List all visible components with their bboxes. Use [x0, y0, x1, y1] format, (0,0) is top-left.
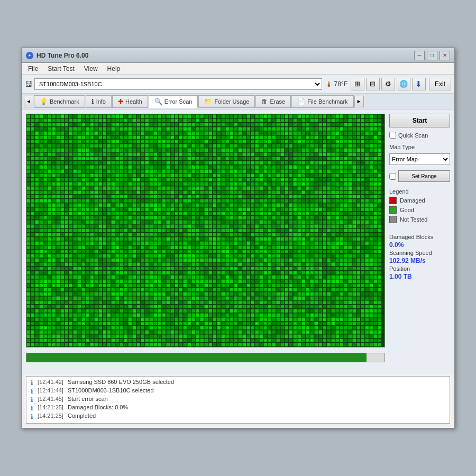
- log-entry: ℹ [12:41:44] ST1000DM003-1SB10C selected: [31, 387, 445, 395]
- error-scan-grid: [26, 114, 385, 347]
- log-timestamp: [12:41:44]: [38, 387, 63, 393]
- log-timestamp: [12:41:45]: [38, 396, 63, 402]
- toolbar-btn-2[interactable]: ⊟: [366, 78, 380, 90]
- menu-help[interactable]: Help: [103, 64, 125, 74]
- tab-health[interactable]: ✚ Health: [112, 95, 148, 108]
- temperature-display: 🌡 78°F: [325, 80, 347, 88]
- drive-dropdown[interactable]: ST1000DM003-1SB10C: [34, 78, 322, 90]
- log-timestamp: [14:21:25]: [38, 404, 63, 410]
- start-button[interactable]: Start: [389, 114, 450, 127]
- log-entry: ℹ [12:41:45] Start error scan: [31, 396, 445, 404]
- progress-bar: [26, 353, 367, 362]
- erase-icon: 🗑: [261, 98, 268, 105]
- tabs-bar: ◄ 💡 Benchmark ℹ Info ✚ Health 🔍 Error Sc…: [22, 94, 454, 109]
- title-bar: ● HD Tune Pro 6.00 ─ □ ✕: [22, 48, 454, 63]
- file-benchmark-icon: 📄: [297, 98, 305, 105]
- menu-start-test[interactable]: Start Test: [43, 64, 78, 74]
- legend-title: Legend: [389, 188, 450, 195]
- info-icon: ℹ: [91, 98, 94, 105]
- tab-erase[interactable]: 🗑 Erase: [255, 95, 291, 108]
- drive-select-area: 🖫 ST1000DM003-1SB10C: [25, 78, 322, 90]
- window-title: HD Tune Pro 6.00: [36, 52, 88, 59]
- toolbar-icons: ⊞ ⊟ ⚙ 🌐 ⬇: [351, 78, 426, 90]
- log-message: Completed: [68, 413, 96, 419]
- scan-area: [26, 114, 385, 370]
- folder-usage-icon: 📁: [204, 98, 212, 105]
- maximize-button[interactable]: □: [427, 51, 437, 60]
- tab-left-arrow[interactable]: ◄: [24, 96, 33, 107]
- log-message: Start error scan: [68, 396, 108, 402]
- not-tested-label: Not Tested: [400, 216, 427, 223]
- temperature-value: 78°F: [334, 80, 347, 88]
- quick-scan-checkbox[interactable]: [389, 132, 396, 139]
- main-window: ● HD Tune Pro 6.00 ─ □ ✕ File Start Test…: [21, 48, 455, 428]
- health-icon: ✚: [118, 98, 123, 105]
- position-label: Position: [389, 266, 450, 272]
- log-timestamp: [12:41:42]: [38, 379, 63, 385]
- close-button[interactable]: ✕: [440, 51, 450, 60]
- log-timestamp: [14:21:25]: [38, 413, 63, 419]
- tab-folder-usage[interactable]: 📁 Folder Usage: [198, 95, 255, 108]
- toolbar-btn-1[interactable]: ⊞: [351, 78, 364, 90]
- damaged-label: Damaged: [400, 197, 425, 204]
- menu-file[interactable]: File: [24, 64, 42, 74]
- log-message: Damaged Blocks: 0.0%: [68, 404, 128, 410]
- log-entry: ℹ [14:21:25] Damaged Blocks: 0.0%: [31, 404, 445, 412]
- legend-not-tested: Not Tested: [389, 216, 450, 223]
- stats-section: Damaged Blocks 0.0% Scanning Speed 102.9…: [389, 234, 450, 280]
- error-scan-icon: 🔍: [154, 98, 162, 105]
- legend-good: Good: [389, 206, 450, 214]
- quick-scan-label: Quick Scan: [398, 132, 428, 139]
- toolbar-btn-5[interactable]: ⬇: [412, 78, 426, 90]
- main-content: Start Quick Scan Map Type Error Map Set …: [22, 109, 454, 374]
- map-type-label: Map Type: [389, 144, 450, 150]
- log-info-icon: ℹ: [31, 405, 33, 412]
- tab-info[interactable]: ℹ Info: [86, 95, 112, 108]
- scanning-speed-value: 102.92 MB/s: [389, 257, 450, 264]
- toolbar: 🖫 ST1000DM003-1SB10C 🌡 78°F ⊞ ⊟ ⚙ 🌐 ⬇ Ex…: [22, 75, 454, 94]
- scanning-speed-label: Scanning Speed: [389, 250, 450, 256]
- good-label: Good: [400, 207, 414, 213]
- set-range-button[interactable]: Set Range: [398, 170, 450, 182]
- set-range-row: Set Range: [389, 170, 450, 182]
- scan-grid-canvas: [26, 114, 385, 347]
- tab-right-arrow[interactable]: ►: [354, 96, 364, 107]
- tab-benchmark[interactable]: 💡 Benchmark: [34, 95, 85, 108]
- log-message: Samsung SSD 860 EVO 250GB selected: [68, 379, 174, 385]
- map-type-dropdown[interactable]: Error Map: [389, 153, 450, 165]
- tab-error-scan[interactable]: 🔍 Error Scan: [149, 95, 198, 108]
- set-range-checkbox[interactable]: [389, 173, 396, 180]
- log-info-icon: ℹ: [31, 379, 33, 387]
- good-icon: [389, 206, 397, 214]
- menu-view[interactable]: View: [80, 64, 102, 74]
- progress-bar-container: [26, 353, 385, 362]
- log-entry: ℹ [14:21:25] Completed: [31, 413, 445, 420]
- log-message: ST1000DM003-1SB10C selected: [68, 387, 154, 393]
- app-icon: ●: [26, 52, 33, 59]
- drive-icon: 🖫: [25, 80, 32, 88]
- thermometer-icon: 🌡: [325, 80, 333, 88]
- benchmark-icon: 💡: [40, 98, 48, 105]
- tab-file-benchmark[interactable]: 📄 File Benchmark: [291, 95, 353, 108]
- legend-section: Legend Damaged Good Not Tested: [389, 188, 450, 225]
- quick-scan-row: Quick Scan: [389, 132, 450, 139]
- log-info-icon: ℹ: [31, 396, 33, 404]
- damaged-icon: [389, 197, 397, 204]
- position-value: 1.00 TB: [389, 273, 450, 280]
- toolbar-btn-3[interactable]: ⚙: [381, 78, 395, 90]
- log-area: ℹ [12:41:42] Samsung SSD 860 EVO 250GB s…: [26, 376, 450, 424]
- log-info-icon: ℹ: [31, 413, 33, 420]
- toolbar-btn-4[interactable]: 🌐: [397, 78, 410, 90]
- minimize-button[interactable]: ─: [414, 51, 425, 60]
- log-entry: ℹ [12:41:42] Samsung SSD 860 EVO 250GB s…: [31, 379, 445, 387]
- title-bar-left: ● HD Tune Pro 6.00: [26, 52, 88, 59]
- sidebar: Start Quick Scan Map Type Error Map Set …: [389, 114, 450, 370]
- legend-damaged: Damaged: [389, 197, 450, 204]
- damaged-blocks-value: 0.0%: [389, 241, 450, 249]
- log-info-icon: ℹ: [31, 388, 33, 395]
- menubar: File Start Test View Help: [22, 63, 454, 75]
- not-tested-icon: [389, 216, 397, 223]
- title-buttons: ─ □ ✕: [414, 51, 450, 60]
- damaged-blocks-label: Damaged Blocks: [389, 234, 450, 240]
- exit-button[interactable]: Exit: [429, 78, 451, 90]
